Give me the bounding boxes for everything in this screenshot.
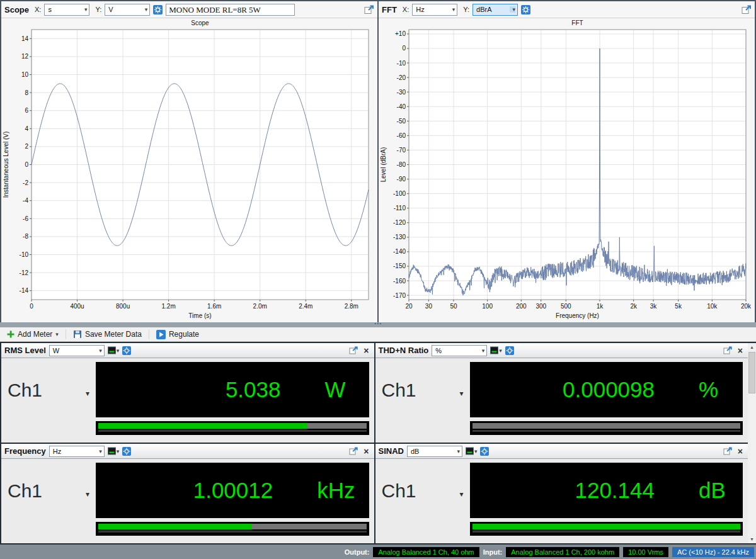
settings-gear-icon[interactable] bbox=[480, 447, 489, 456]
scope-settings-gear-icon[interactable] bbox=[153, 5, 163, 14]
display-mode-icon[interactable]: ▾ bbox=[466, 447, 478, 455]
fft-y-unit-value: dBrA bbox=[476, 6, 491, 13]
save-meter-data-button[interactable]: Save Meter Data bbox=[68, 329, 147, 340]
meter-unit-dropdown[interactable]: W ▾ bbox=[49, 345, 105, 356]
fft-y-axis-label: Y: bbox=[463, 6, 469, 13]
scope-y-axis-label: Y: bbox=[95, 6, 101, 13]
plus-icon bbox=[7, 330, 14, 338]
scrollbar-thumb[interactable] bbox=[748, 352, 755, 393]
svg-text:3k: 3k bbox=[650, 303, 658, 310]
chevron-down-icon: ▾ bbox=[479, 347, 485, 354]
channel-selector[interactable]: Ch1 ▾ bbox=[382, 480, 464, 502]
meter-body: Ch1 ▾ 0.000098 % bbox=[375, 358, 748, 443]
channel-name: Ch1 bbox=[382, 480, 416, 502]
fft-x-unit-dropdown[interactable]: Hz ▾ bbox=[412, 4, 457, 16]
chevron-down-icon: ▾ bbox=[86, 490, 89, 499]
scope-panel-title: Scope bbox=[4, 5, 29, 14]
scope-x-unit-dropdown[interactable]: s ▾ bbox=[44, 4, 89, 16]
svg-text:FFT: FFT bbox=[571, 20, 583, 26]
fft-x-axis-label: X: bbox=[403, 6, 409, 13]
close-icon[interactable]: × bbox=[736, 446, 745, 456]
meter-title: SINAD bbox=[379, 446, 404, 456]
add-meter-button[interactable]: Add Meter ▾ bbox=[2, 329, 64, 340]
display-mode-icon[interactable]: ▾ bbox=[108, 346, 120, 354]
scope-y-unit-dropdown[interactable]: V ▾ bbox=[105, 4, 150, 16]
svg-text:200: 200 bbox=[516, 303, 527, 310]
channel-selector[interactable]: Ch1 ▾ bbox=[8, 480, 89, 502]
bandwidth-badge[interactable]: AC (<10 Hz) - 22.4 kHz bbox=[672, 547, 754, 557]
svg-text:Scope: Scope bbox=[191, 20, 209, 26]
fft-settings-gear-icon[interactable] bbox=[521, 5, 530, 14]
export-icon[interactable] bbox=[723, 346, 733, 355]
meter-bar bbox=[470, 522, 743, 536]
export-icon[interactable] bbox=[349, 346, 358, 355]
close-icon[interactable]: × bbox=[362, 446, 370, 456]
svg-text:-70: -70 bbox=[397, 147, 406, 154]
settings-gear-icon[interactable] bbox=[122, 346, 131, 355]
meter-bar-fill bbox=[472, 524, 741, 529]
input-config-badge[interactable]: Analog Balanced 1 Ch, 200 kohm bbox=[506, 547, 619, 557]
input-label: Input: bbox=[483, 548, 503, 556]
close-icon[interactable]: × bbox=[736, 346, 745, 356]
svg-text:2k: 2k bbox=[630, 303, 638, 310]
svg-text:Level (dBrA): Level (dBrA) bbox=[380, 147, 387, 183]
scrollbar-down-icon[interactable]: ▼ bbox=[748, 535, 756, 543]
svg-text:-4: -4 bbox=[23, 197, 28, 204]
meter-unit-dropdown[interactable]: Hz ▾ bbox=[49, 446, 105, 457]
meter-value-unit: W bbox=[325, 377, 355, 402]
svg-text:12: 12 bbox=[21, 53, 29, 60]
scope-note-input[interactable]: MONO MODE RL=8R 5W bbox=[166, 4, 295, 16]
svg-text:-160: -160 bbox=[393, 278, 406, 285]
meter-panel-sinad: SINAD dB ▾ ▾ × bbox=[375, 444, 748, 543]
save-meter-data-label: Save Meter Data bbox=[85, 330, 142, 339]
meter-value-unit: kHz bbox=[317, 478, 355, 503]
chevron-down-icon: ▾ bbox=[449, 6, 455, 13]
svg-text:400u: 400u bbox=[70, 303, 84, 310]
splitter-handle[interactable]: ⋯ bbox=[0, 322, 756, 327]
charts-row: Scope X: s ▾ Y: V ▾ MONO MODE RL=8R 5W bbox=[0, 0, 756, 322]
fft-chart-svg: 2030501002003005001k2k3k5k10k20k+100-10-… bbox=[379, 18, 755, 322]
chevron-down-icon: ▾ bbox=[81, 6, 88, 13]
export-icon[interactable] bbox=[349, 447, 358, 456]
svg-text:-40: -40 bbox=[397, 103, 406, 110]
chevron-down-icon: ▾ bbox=[510, 6, 516, 13]
meter-panel-frequency: Frequency Hz ▾ ▾ × bbox=[1, 444, 374, 543]
fft-export-icon[interactable] bbox=[742, 5, 752, 14]
status-bar: Output: Analog Balanced 1 Ch, 40 ohm Inp… bbox=[0, 545, 756, 559]
meter-value-unit: % bbox=[699, 377, 729, 402]
svg-text:Time (s): Time (s) bbox=[188, 312, 211, 319]
scope-panel: Scope X: s ▾ Y: V ▾ MONO MODE RL=8R 5W bbox=[1, 1, 377, 322]
svg-text:1.2m: 1.2m bbox=[162, 303, 176, 310]
channel-name: Ch1 bbox=[382, 380, 416, 401]
svg-text:-120: -120 bbox=[393, 219, 406, 226]
regulate-button[interactable]: Regulate bbox=[151, 329, 204, 341]
meter-bar-fill bbox=[98, 524, 251, 529]
svg-text:-60: -60 bbox=[397, 132, 406, 139]
meter-bar-baseline bbox=[472, 531, 741, 533]
close-icon[interactable]: × bbox=[362, 346, 370, 356]
scope-x-unit-value: s bbox=[48, 6, 52, 13]
chevron-down-icon: ▾ bbox=[474, 448, 478, 455]
meter-unit-value: W bbox=[53, 347, 59, 354]
channel-selector[interactable]: Ch1 ▾ bbox=[382, 380, 464, 401]
output-config-badge[interactable]: Analog Balanced 1 Ch, 40 ohm bbox=[373, 547, 479, 557]
generator-level-badge[interactable]: 10.00 Vrms bbox=[623, 547, 668, 557]
display-mode-icon[interactable]: ▾ bbox=[490, 346, 502, 354]
meters-scrollbar[interactable]: ▲ ▼ bbox=[748, 343, 756, 543]
scope-export-icon[interactable] bbox=[364, 5, 374, 14]
export-icon[interactable] bbox=[723, 447, 733, 456]
meter-unit-dropdown[interactable]: dB ▾ bbox=[407, 446, 462, 457]
play-icon bbox=[156, 330, 166, 339]
svg-text:Instantaneous Level (V): Instantaneous Level (V) bbox=[3, 132, 9, 198]
svg-text:1k: 1k bbox=[597, 303, 604, 310]
svg-text:-6: -6 bbox=[23, 215, 28, 222]
settings-gear-icon[interactable] bbox=[122, 447, 131, 456]
scrollbar-up-icon[interactable]: ▲ bbox=[748, 343, 756, 351]
svg-text:+10: +10 bbox=[395, 30, 406, 37]
channel-selector[interactable]: Ch1 ▾ bbox=[8, 380, 89, 401]
settings-gear-icon[interactable] bbox=[505, 346, 514, 355]
meter-bar-baseline bbox=[98, 430, 367, 432]
meter-unit-dropdown[interactable]: % ▾ bbox=[432, 345, 487, 356]
fft-y-unit-dropdown[interactable]: dBrA ▾ bbox=[472, 4, 518, 16]
display-mode-icon[interactable]: ▾ bbox=[108, 447, 120, 455]
